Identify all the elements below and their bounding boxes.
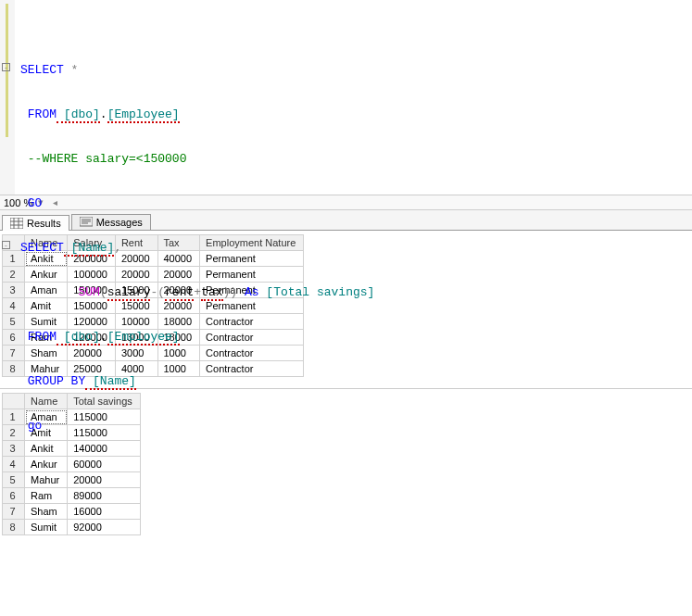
sql-text: GO (28, 196, 43, 210)
sql-text: GROUP BY (28, 374, 85, 388)
sql-text: tax (201, 285, 222, 301)
sql-text: [Employee] (107, 330, 180, 346)
table-row[interactable]: 5Mahur20000 (3, 472, 141, 488)
tab-messages[interactable]: Messages (71, 214, 151, 230)
cell[interactable]: Mahur (25, 472, 68, 488)
row-number: 7 (3, 504, 25, 520)
row-number: 8 (3, 520, 25, 535)
sql-text: As (237, 285, 266, 299)
outline-collapse-icon[interactable]: - (2, 63, 10, 71)
tab-label: Results (27, 218, 61, 229)
cell[interactable]: Ram (25, 488, 68, 504)
sql-text: * (64, 63, 79, 77)
outline-collapse-icon[interactable]: - (2, 241, 10, 249)
sql-text: . (100, 330, 107, 344)
sql-text: [dbo] (57, 330, 100, 346)
sql-text: )) (223, 285, 238, 299)
sql-text: salary (107, 285, 151, 301)
sql-text: SUM (78, 285, 99, 299)
cell[interactable]: 89000 (68, 488, 141, 504)
table-row[interactable]: 4Ankur60000 (3, 457, 141, 472)
table-row[interactable]: 7Sham16000 (3, 504, 141, 520)
row-number: 6 (3, 488, 25, 504)
table-row[interactable]: 8Sumit92000 (3, 520, 141, 535)
tab-results[interactable]: Results (2, 215, 69, 231)
table-row[interactable]: 6Ram89000 (3, 488, 141, 504)
cell[interactable]: Ankur (25, 457, 68, 472)
row-number: 5 (3, 472, 25, 488)
sql-comment: --WHERE salary=<150000 (28, 152, 187, 166)
svg-rect-0 (10, 218, 23, 229)
cell[interactable]: 60000 (68, 457, 141, 472)
sql-text: go (28, 419, 43, 433)
sql-text: , (114, 241, 121, 255)
grid-icon (10, 218, 23, 229)
sql-text: [Total savings] (266, 285, 374, 299)
sql-text: [Name] (64, 241, 115, 257)
sql-text: FROM (28, 107, 57, 121)
sql-text: FROM (28, 330, 57, 344)
cell[interactable]: Sumit (25, 520, 68, 535)
cell[interactable]: 92000 (68, 520, 141, 535)
cell[interactable]: 16000 (68, 504, 141, 520)
messages-icon (80, 217, 93, 228)
row-number: 4 (3, 457, 25, 472)
sql-text: SELECT (20, 241, 64, 255)
sql-text: rent (165, 285, 194, 301)
tab-label: Messages (96, 217, 143, 228)
sql-text: . (100, 107, 107, 121)
sql-text: ( (100, 285, 107, 299)
sql-text: + (194, 285, 201, 299)
sql-text: -( (150, 285, 165, 299)
sql-text: [dbo] (57, 107, 100, 123)
sql-text: SELECT (20, 63, 64, 77)
sql-text: [Name] (85, 374, 136, 390)
sql-editor[interactable]: -SELECT * FROM [dbo].[Employee] --WHERE … (0, 0, 692, 195)
cell[interactable]: 20000 (68, 472, 141, 488)
sql-text: [Employee] (107, 107, 180, 123)
cell[interactable]: Sham (25, 504, 68, 520)
